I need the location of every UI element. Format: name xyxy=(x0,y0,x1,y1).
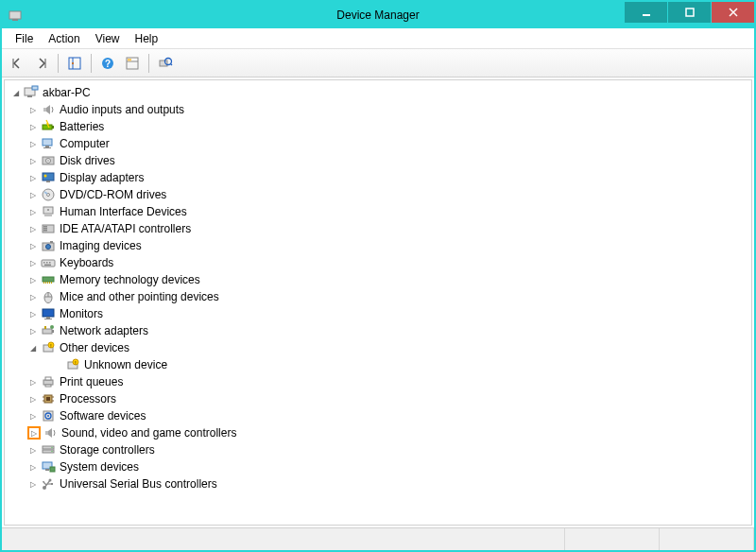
maximize-button[interactable] xyxy=(667,2,711,23)
svg-rect-39 xyxy=(43,226,47,228)
tree-item[interactable]: ▷Display adapters xyxy=(7,169,749,186)
expander-icon[interactable]: ▷ xyxy=(27,223,39,234)
tree-item-label: Keyboards xyxy=(60,256,113,269)
tree-item[interactable]: ▷Sound, video and game controllers xyxy=(7,424,749,441)
tree-item[interactable]: ▷Monitors xyxy=(7,305,749,322)
svg-rect-21 xyxy=(43,108,46,112)
computer-icon xyxy=(41,136,56,151)
menu-view[interactable]: View xyxy=(88,30,128,47)
tree-item[interactable]: ▷Batteries xyxy=(7,118,749,135)
tree-item[interactable]: ▷Human Interface Devices xyxy=(7,203,749,220)
speaker-icon xyxy=(41,102,56,117)
svg-line-17 xyxy=(170,63,172,65)
tree-content[interactable]: ◢ akbar-PC ▷Audio inputs and outputs▷Bat… xyxy=(4,79,752,526)
expander-icon[interactable]: ▷ xyxy=(27,444,39,456)
keyboard-icon xyxy=(41,255,56,270)
tree-item[interactable]: ▷Universal Serial Bus controllers xyxy=(7,475,749,492)
tree-item[interactable]: ▷Keyboards xyxy=(7,254,749,271)
properties-button[interactable] xyxy=(121,52,144,75)
tree-item-label: DVD/CD-ROM drives xyxy=(60,188,166,201)
svg-rect-26 xyxy=(43,147,51,148)
tree-item-label: Sound, video and game controllers xyxy=(61,426,236,440)
titlebar[interactable]: Device Manager xyxy=(2,2,754,28)
tree-item[interactable]: ▷Memory technology devices xyxy=(7,271,749,288)
tree-item[interactable]: ▷Disk drives xyxy=(7,152,749,169)
tree-item-label: Audio inputs and outputs xyxy=(60,103,184,116)
usb-icon xyxy=(41,476,56,492)
tree-item[interactable]: ▷IDE ATA/ATAPI controllers xyxy=(7,220,749,237)
tree-item[interactable]: ▷System devices xyxy=(7,458,749,475)
svg-rect-24 xyxy=(43,139,52,146)
cd-icon xyxy=(41,187,56,202)
help-button[interactable]: ? xyxy=(96,52,119,75)
tree-item[interactable]: ▷Network adapters xyxy=(7,322,749,339)
tree-item[interactable]: ▷Print queues xyxy=(7,373,749,390)
show-hide-tree-button[interactable] xyxy=(63,52,86,75)
expander-icon[interactable]: ▷ xyxy=(27,155,39,166)
expander-icon[interactable]: ▷ xyxy=(27,138,39,149)
back-button[interactable] xyxy=(6,52,28,75)
tree-item-label: Display adapters xyxy=(60,171,144,184)
expander-icon[interactable]: ▷ xyxy=(27,240,39,251)
expander-icon[interactable]: ◢ xyxy=(10,87,22,98)
expander-icon[interactable]: ▷ xyxy=(27,478,39,490)
display-icon xyxy=(41,170,56,185)
svg-point-64 xyxy=(50,325,54,329)
expander-icon[interactable]: ▷ xyxy=(27,189,39,200)
toolbar-separator xyxy=(148,54,149,73)
tree-item[interactable]: ▷Software devices xyxy=(7,407,749,424)
svg-point-83 xyxy=(47,415,49,417)
scan-hardware-button[interactable] xyxy=(154,52,177,75)
expander-icon[interactable]: ▷ xyxy=(27,172,39,183)
svg-point-43 xyxy=(46,245,51,250)
tree-item-label: Disk drives xyxy=(60,154,115,167)
camera-icon xyxy=(41,238,56,253)
svg-point-88 xyxy=(51,451,52,452)
tree-item[interactable]: ▷Audio inputs and outputs xyxy=(7,101,749,118)
toolbar-separator xyxy=(91,54,92,73)
expander-icon[interactable]: ▷ xyxy=(27,410,39,422)
svg-point-94 xyxy=(49,479,52,482)
expander-icon[interactable]: ▷ xyxy=(27,121,39,132)
expander-icon[interactable]: ▷ xyxy=(27,274,39,285)
tree-item-label: Batteries xyxy=(60,120,104,133)
system-icon xyxy=(41,459,56,474)
tree-item[interactable]: ▷Storage controllers xyxy=(7,441,749,458)
tree-item[interactable]: ◢!Other devices xyxy=(7,339,749,356)
svg-rect-63 xyxy=(44,326,46,329)
svg-rect-96 xyxy=(51,483,53,485)
expander-icon[interactable]: ▷ xyxy=(27,104,39,115)
statusbar xyxy=(2,527,754,550)
expander-icon[interactable]: ◢ xyxy=(27,342,39,354)
tree-root[interactable]: ◢ akbar-PC xyxy=(7,84,749,101)
window-controls xyxy=(624,2,754,28)
expander-icon[interactable]: ▷ xyxy=(27,426,41,440)
menu-action[interactable]: Action xyxy=(41,30,87,47)
tree-child-item[interactable]: !Unknown device xyxy=(7,356,749,373)
tree-item[interactable]: ▷DVD/CD-ROM drives xyxy=(7,186,749,203)
tree-item[interactable]: ▷Computer xyxy=(7,135,749,152)
tree-item-label: Human Interface Devices xyxy=(60,205,187,218)
expander-icon[interactable]: ▷ xyxy=(27,257,39,268)
expander-icon[interactable]: ▷ xyxy=(27,325,39,336)
svg-rect-36 xyxy=(44,215,52,216)
tree-item-label: Imaging devices xyxy=(60,239,142,252)
close-button[interactable] xyxy=(711,2,754,23)
tree-item[interactable]: ▷Mice and other pointing devices xyxy=(7,288,749,305)
tree-item[interactable]: ▷Imaging devices xyxy=(7,237,749,254)
expander-icon[interactable]: ▷ xyxy=(27,308,39,319)
expander-icon[interactable]: ▷ xyxy=(27,376,39,388)
expander-icon[interactable]: ▷ xyxy=(27,206,39,217)
menu-help[interactable]: Help xyxy=(128,30,166,47)
minimize-button[interactable] xyxy=(624,2,667,23)
toolbar-separator xyxy=(58,54,59,73)
menu-file[interactable]: File xyxy=(8,30,41,47)
tree-item-label: Memory technology devices xyxy=(60,273,200,286)
forward-button[interactable] xyxy=(30,52,53,75)
expander-icon[interactable]: ▷ xyxy=(27,393,39,405)
expander-icon[interactable]: ▷ xyxy=(27,291,39,302)
expander-icon[interactable]: ▷ xyxy=(27,461,39,473)
tree-item-label: Unknown device xyxy=(84,358,167,371)
memory-icon xyxy=(41,272,56,287)
tree-item[interactable]: ▷Processors xyxy=(7,390,749,407)
